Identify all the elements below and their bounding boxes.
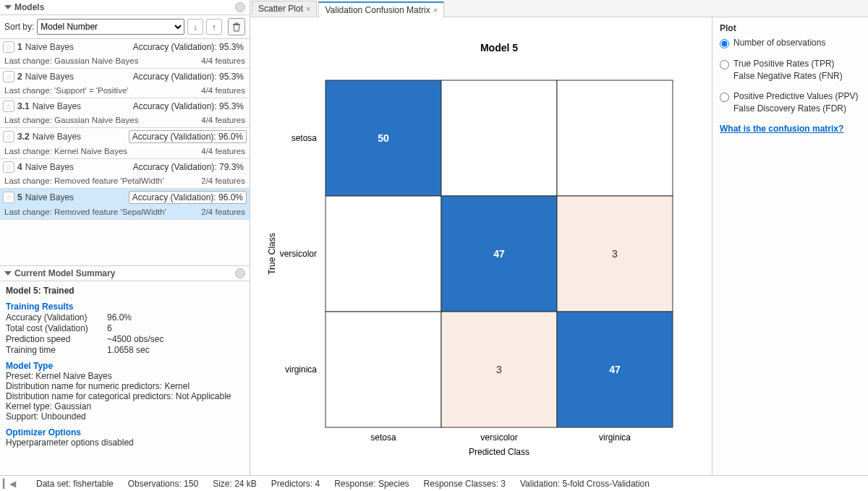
svg-rect-14 xyxy=(326,312,441,427)
model-status: Model 5: Trained xyxy=(6,286,244,296)
svg-text:virginica: virginica xyxy=(285,364,317,375)
last-change: Last change: Kernel Naive Bayes xyxy=(4,147,127,155)
feature-count: 2/4 features xyxy=(201,176,245,185)
status-response: Response: Species xyxy=(334,479,409,489)
optimizer-heading: Optimizer Options xyxy=(6,427,244,437)
svg-text:Model 5: Model 5 xyxy=(480,42,518,54)
status-observations: Observations: 150 xyxy=(128,479,198,489)
tab-scatter-plot[interactable]: Scatter Plot × xyxy=(252,1,317,16)
model-type-line: Kernel type: Gaussian xyxy=(6,401,244,411)
last-change: Last change: Removed feature 'SepalWidth… xyxy=(4,208,166,216)
training-results-heading: Training Results xyxy=(6,302,244,312)
accuracy-badge: Accuracy (Validation): 96.0% xyxy=(129,191,247,204)
svg-text:versicolor: versicolor xyxy=(480,432,517,443)
radio-label: Number of observations xyxy=(733,38,825,48)
favorite-star[interactable]: ☆ xyxy=(3,161,14,173)
svg-text:3: 3 xyxy=(496,364,502,375)
chart-svg: Model 550setosasetosa473versicolorversic… xyxy=(253,22,709,471)
status-bar: ▎◀ Data set: fishertable Observations: 1… xyxy=(0,475,868,491)
favorite-star[interactable]: ☆ xyxy=(3,101,14,112)
help-link[interactable]: What is the confusion matrix? xyxy=(720,124,861,134)
speed-value: ~4500 obs/sec xyxy=(107,334,163,344)
model-number: 1 xyxy=(17,42,22,52)
sort-down-button[interactable]: ↓ xyxy=(187,19,203,35)
time-value: 1.0658 sec xyxy=(107,345,150,355)
status-size: Size: 24 kB xyxy=(213,479,257,489)
model-item-2[interactable]: ☆2Naive BayesAccuracy (Validation): 95.3… xyxy=(0,69,250,98)
speed-label: Prediction speed xyxy=(6,334,107,344)
radio-label: Positive Predictive Values (PPV) xyxy=(733,91,859,101)
close-icon[interactable]: × xyxy=(306,4,310,13)
status-classes: Response Classes: 3 xyxy=(424,479,506,489)
svg-text:Predicted Class: Predicted Class xyxy=(469,447,529,457)
sort-row: Sort by: Model Number ↓ ↑ xyxy=(0,15,250,39)
model-number: 4 xyxy=(17,162,22,172)
model-name: Naive Bayes xyxy=(25,42,74,52)
close-icon[interactable]: × xyxy=(433,6,438,14)
svg-rect-4 xyxy=(557,80,673,196)
cost-label: Total cost (Validation) xyxy=(6,323,107,333)
model-item-3.1[interactable]: ☆3.1Naive BayesAccuracy (Validation): 95… xyxy=(0,98,250,128)
last-change: Last change: Gaussian Naive Bayes xyxy=(4,56,138,65)
back-icon[interactable]: ▎◀ xyxy=(3,479,16,489)
radio-tpr-fnr[interactable] xyxy=(720,60,729,69)
accuracy-label: Accuracy (Validation) xyxy=(6,312,107,323)
model-item-5[interactable]: ☆5Naive BayesAccuracy (Validation): 96.0… xyxy=(0,189,250,220)
model-type-line: Preset: Kernel Naive Bayes xyxy=(6,371,244,381)
model-number: 5 xyxy=(17,192,22,202)
feature-count: 4/4 features xyxy=(201,56,245,65)
panel-options-icon[interactable] xyxy=(235,268,245,278)
svg-text:47: 47 xyxy=(609,364,621,375)
collapse-icon[interactable] xyxy=(4,5,12,9)
tab-label: Scatter Plot xyxy=(258,4,303,14)
favorite-star[interactable]: ☆ xyxy=(3,71,14,82)
sort-up-button[interactable]: ↑ xyxy=(206,19,222,35)
accuracy-badge: Accuracy (Validation): 96.0% xyxy=(129,130,247,143)
collapse-icon[interactable] xyxy=(4,271,12,276)
time-label: Training time xyxy=(6,345,107,355)
tab-label: Validation Confusion Matrix xyxy=(325,5,430,15)
svg-text:versicolor: versicolor xyxy=(280,249,317,259)
radio-ppv-fdr[interactable] xyxy=(720,93,729,102)
model-item-4[interactable]: ☆4Naive BayesAccuracy (Validation): 79.3… xyxy=(0,159,250,189)
summary-panel: Current Model Summary Model 5: Trained T… xyxy=(0,265,250,475)
favorite-star[interactable]: ☆ xyxy=(3,41,14,53)
plot-options-panel: Plot Number of observations True Positiv… xyxy=(712,17,868,475)
models-panel: Models Sort by: Model Number ↓ ↑ ☆1Naive… xyxy=(0,0,250,475)
model-type-line: Support: Unbounded xyxy=(6,411,244,422)
plot-options-title: Plot xyxy=(720,23,861,33)
tab-confusion-matrix[interactable]: Validation Confusion Matrix × xyxy=(318,1,444,17)
svg-text:50: 50 xyxy=(378,132,389,144)
accuracy-badge: Accuracy (Validation): 95.3% xyxy=(130,71,247,82)
radio-label: False Discovery Rates (FDR) xyxy=(733,103,859,114)
sort-label: Sort by: xyxy=(4,22,34,32)
panel-options-icon[interactable] xyxy=(235,2,245,12)
sort-select[interactable]: Model Number xyxy=(37,19,184,35)
radio-label: False Negative Rates (FNR) xyxy=(733,71,843,81)
feature-count: 4/4 features xyxy=(201,147,245,155)
models-title: Models xyxy=(14,2,44,12)
last-change: Last change: Removed feature 'PetalWidth… xyxy=(4,176,163,185)
model-item-3.2[interactable]: ☆3.2Naive BayesAccuracy (Validation): 96… xyxy=(0,128,250,159)
model-type-heading: Model Type xyxy=(6,361,244,371)
model-name: Naive Bayes xyxy=(25,72,74,82)
trash-icon xyxy=(231,22,242,32)
svg-text:47: 47 xyxy=(493,248,505,260)
favorite-star[interactable]: ☆ xyxy=(3,192,14,203)
accuracy-badge: Accuracy (Validation): 79.3% xyxy=(130,161,247,173)
tab-bar: Scatter Plot × Validation Confusion Matr… xyxy=(250,0,868,17)
radio-observations[interactable] xyxy=(720,39,729,48)
favorite-star[interactable]: ☆ xyxy=(3,131,14,142)
model-name: Naive Bayes xyxy=(25,162,74,172)
summary-title: Current Model Summary xyxy=(14,268,115,278)
model-name: Naive Bayes xyxy=(33,101,81,111)
model-number: 3.2 xyxy=(17,132,30,142)
svg-rect-3 xyxy=(441,80,557,196)
model-number: 2 xyxy=(17,72,22,82)
model-item-1[interactable]: ☆1Naive BayesAccuracy (Validation): 95.3… xyxy=(0,39,250,69)
feature-count: 4/4 features xyxy=(201,86,245,95)
last-change: Last change: 'Support' = 'Positive' xyxy=(4,86,128,95)
model-type-line: Distribution name for numeric predictors… xyxy=(6,381,244,391)
delete-button[interactable] xyxy=(228,18,245,35)
model-name: Naive Bayes xyxy=(25,192,74,202)
